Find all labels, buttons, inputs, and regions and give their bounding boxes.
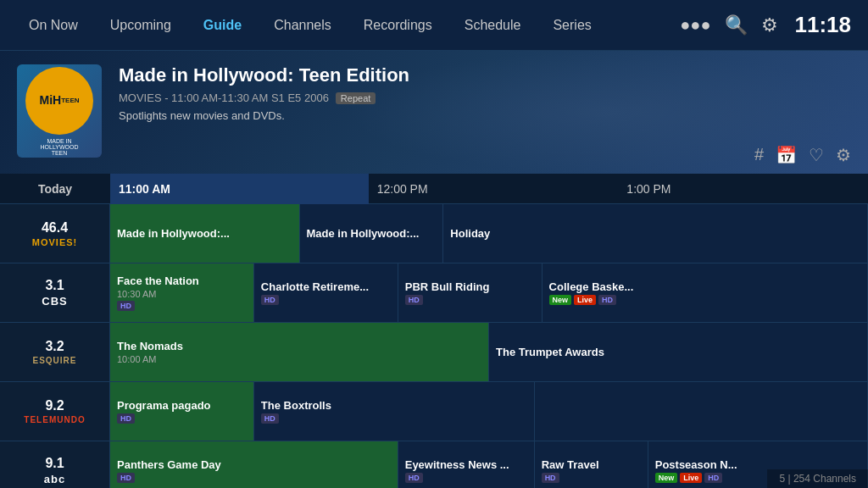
search-icon-magnify[interactable]: 🔍	[725, 14, 748, 36]
show-logo-sub: MADE IN HOLLYWOOD TEEN	[41, 138, 79, 156]
program-title: Eyewitness News ...	[405, 458, 527, 471]
hash-icon[interactable]: #	[754, 145, 764, 165]
program-title: Programa pagado	[117, 399, 247, 412]
program-made-in-hollywood-2[interactable]: Made in Hollywood:...	[300, 204, 444, 263]
program-title: College Baske...	[549, 280, 860, 293]
program-title: Charlotte Retireme...	[261, 280, 391, 293]
nav-guide[interactable]: Guide	[192, 11, 253, 40]
program-badges: HD	[117, 413, 247, 424]
new-badge: New	[549, 295, 572, 305]
hd-badge: HD	[261, 413, 279, 424]
hd-badge: HD	[117, 473, 135, 483]
footer-channel-count: 5 | 254 Channels	[767, 469, 868, 488]
program-college-basketball[interactable]: College Baske... New Live HD	[542, 263, 868, 322]
program-made-in-hollywood-1[interactable]: Made in Hollywood:...	[110, 204, 300, 263]
featured-description: Spotlights new movies and DVDs.	[119, 109, 851, 122]
program-holiday[interactable]: Holiday	[443, 204, 868, 263]
program-raw-travel[interactable]: Raw Travel HD	[535, 441, 648, 488]
program-title: Made in Hollywood:...	[307, 227, 437, 240]
hd-badge: HD	[542, 473, 559, 483]
program-badges: HD	[405, 473, 527, 483]
featured-meta: MOVIES - 11:00 AM-11:30 AM S1 E5 2006 Re…	[119, 92, 851, 104]
program-title: The Trumpet Awards	[496, 346, 860, 358]
program-pbr[interactable]: PBR Bull Riding HD	[398, 263, 542, 322]
calendar-icon[interactable]: 📅	[776, 145, 797, 165]
program-time: 10:30 AM	[117, 289, 247, 299]
search-icon[interactable]: ●●●	[680, 15, 710, 35]
program-title: Holiday	[450, 227, 860, 240]
nav-upcoming[interactable]: Upcoming	[98, 11, 183, 40]
program-title: The Boxtrolls	[261, 399, 527, 412]
live-badge: Live	[574, 295, 596, 305]
channel-number: 9.2	[45, 398, 64, 413]
program-time: 10:00 AM	[117, 354, 481, 364]
channel-info-3-1: 3.1 CBS	[0, 263, 110, 322]
today-label: Today	[0, 182, 110, 196]
programs-9-2: Programa pagado HD The Boxtrolls HD	[110, 382, 868, 441]
channel-info-3-2: 3.2 ESQUIRE	[0, 323, 110, 381]
nav-recordings[interactable]: Recordings	[352, 11, 444, 40]
show-thumbnail: MiH TEEN MADE IN HOLLYWOOD TEEN	[17, 64, 102, 158]
channel-number: 3.1	[45, 278, 64, 293]
hd-badge: HD	[117, 413, 135, 424]
nav-items: On Now Upcoming Guide Channels Recording…	[17, 11, 680, 40]
time-header: Today 11:00 AM 12:00 PM 1:00 PM	[0, 174, 868, 204]
live-badge: Live	[680, 473, 702, 483]
program-badges: HD	[261, 295, 391, 305]
hd-badge: HD	[117, 301, 135, 311]
hd-badge: HD	[405, 473, 423, 483]
clock-display: 11:18	[795, 12, 852, 38]
new-badge: New	[655, 473, 678, 483]
programs-3-1: Face the Nation 10:30 AM HD Charlotte Re…	[110, 263, 868, 322]
program-title: Panthers Game Day	[117, 458, 391, 471]
favorite-icon[interactable]: ♡	[809, 145, 824, 165]
hd-badge: HD	[704, 473, 722, 483]
channel-row-3-1: 3.1 CBS Face the Nation 10:30 AM HD Char…	[0, 263, 868, 323]
programs-46-4: Made in Hollywood:... Made in Hollywood:…	[110, 204, 868, 263]
featured-action-buttons: # 📅 ♡ ⚙	[754, 145, 851, 165]
show-logo: MiH TEEN	[25, 67, 93, 135]
program-eyewitness-news[interactable]: Eyewitness News ... HD	[398, 441, 535, 488]
hd-badge: HD	[598, 295, 616, 305]
channel-logo: CBS	[42, 295, 67, 308]
program-title: The Nomads	[117, 340, 481, 352]
program-title: PBR Bull Riding	[405, 280, 535, 293]
nav-series[interactable]: Series	[541, 11, 603, 40]
program-nomads[interactable]: The Nomads 10:00 AM	[110, 323, 489, 381]
channel-number: 9.1	[45, 456, 64, 471]
channel-logo: MOVIES!	[32, 237, 77, 247]
featured-show: MiH TEEN MADE IN HOLLYWOOD TEEN Made in …	[0, 51, 868, 174]
program-title: Raw Travel	[542, 458, 641, 471]
channel-number: 46.4	[42, 220, 68, 236]
program-empty[interactable]	[535, 382, 868, 441]
channel-row-46-4: 46.4 MOVIES! Made in Hollywood:... Made …	[0, 204, 868, 263]
channel-logo: TELEMUNDO	[24, 415, 85, 424]
channel-number: 3.2	[45, 339, 64, 354]
channel-info-9-2: 9.2 TELEMUNDO	[0, 382, 110, 441]
program-face-the-nation[interactable]: Face the Nation 10:30 AM HD	[110, 263, 254, 322]
options-icon[interactable]: ⚙	[836, 145, 851, 165]
programs-9-1: Panthers Game Day HD Eyewitness News ...…	[110, 441, 868, 488]
program-boxtrolls[interactable]: The Boxtrolls HD	[254, 382, 535, 441]
time-slot-1100: 11:00 AM	[110, 174, 369, 204]
channel-logo: abc	[44, 473, 65, 485]
repeat-badge: Repeat	[336, 92, 376, 104]
featured-info-panel: Made in Hollywood: Teen Edition MOVIES -…	[119, 64, 851, 122]
program-charlotte[interactable]: Charlotte Retireme... HD	[254, 263, 398, 322]
nav-schedule[interactable]: Schedule	[453, 11, 533, 40]
nav-channels[interactable]: Channels	[262, 11, 343, 40]
settings-icon[interactable]: ⚙	[761, 14, 778, 36]
channel-row-9-1: 9.1 abc Panthers Game Day HD Eyewitness …	[0, 441, 868, 488]
channel-info-9-1: 9.1 abc	[0, 441, 110, 488]
channel-row-3-2: 3.2 ESQUIRE The Nomads 10:00 AM The Trum…	[0, 323, 868, 382]
program-trumpet-awards[interactable]: The Trumpet Awards	[489, 323, 868, 381]
program-badges: HD	[117, 301, 247, 311]
programs-3-2: The Nomads 10:00 AM The Trumpet Awards	[110, 323, 868, 381]
program-programa-pagado[interactable]: Programa pagado HD	[110, 382, 254, 441]
program-panthers[interactable]: Panthers Game Day HD	[110, 441, 398, 488]
program-badges: HD	[261, 413, 527, 424]
program-badges: HD	[117, 473, 391, 483]
guide-grid: Today 11:00 AM 12:00 PM 1:00 PM 46.4 MOV…	[0, 174, 868, 488]
hd-badge: HD	[261, 295, 279, 305]
nav-on-now[interactable]: On Now	[17, 11, 90, 40]
